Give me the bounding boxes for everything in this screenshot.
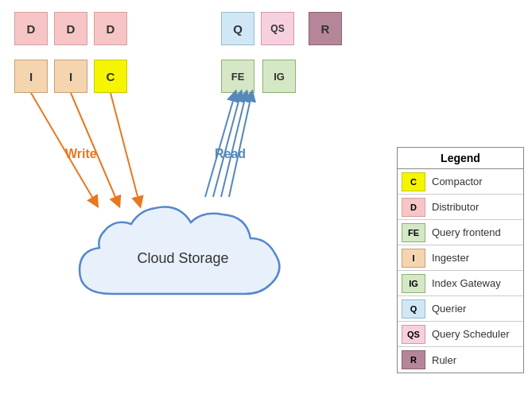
cloud-storage-label: Cloud Storage xyxy=(137,250,228,267)
ingester-box-1: I xyxy=(14,60,48,93)
svg-line-6 xyxy=(229,95,251,197)
legend-header: Legend xyxy=(398,148,523,169)
svg-line-4 xyxy=(213,95,240,197)
legend-box: IG xyxy=(402,274,425,293)
querier-box: Q xyxy=(221,12,254,45)
legend-row: D Distributor xyxy=(398,195,523,220)
legend-label: Distributor xyxy=(432,201,479,213)
ruler-box: R xyxy=(309,12,342,45)
index-gateway-box: IG xyxy=(262,60,296,93)
query-frontend-box: FE xyxy=(221,60,254,93)
legend-label: Query Scheduler xyxy=(432,328,510,340)
legend-box: FE xyxy=(402,223,425,242)
legend-box: QS xyxy=(402,325,425,344)
cloud-storage: Cloud Storage xyxy=(64,191,302,326)
legend: Legend C Compactor D Distributor FE Quer… xyxy=(397,147,524,373)
legend-row: FE Query frontend xyxy=(398,220,523,245)
legend-row: QS Query Scheduler xyxy=(398,322,523,347)
svg-line-2 xyxy=(111,93,139,203)
legend-row: R Ruler xyxy=(398,347,523,373)
legend-label: Ruler xyxy=(432,354,456,366)
ingester-box-2: I xyxy=(54,60,87,93)
legend-box: I xyxy=(402,249,425,268)
legend-label: Query frontend xyxy=(432,226,501,238)
legend-label: Index Gateway xyxy=(432,277,501,289)
distributor-box-3: D xyxy=(94,12,127,45)
legend-row: I Ingester xyxy=(398,245,523,271)
legend-label: Querier xyxy=(432,303,466,315)
legend-box: R xyxy=(402,350,425,369)
svg-line-5 xyxy=(221,95,246,197)
legend-label: Ingester xyxy=(432,252,469,264)
compactor-box: C xyxy=(94,60,127,93)
read-label: Read xyxy=(215,147,246,161)
svg-line-3 xyxy=(205,95,235,197)
distributor-box-2: D xyxy=(54,12,87,45)
legend-row: Q Querier xyxy=(398,296,523,322)
legend-box: Q xyxy=(402,299,425,319)
legend-label: Compactor xyxy=(432,176,483,187)
write-label: Write xyxy=(65,147,97,161)
legend-row: C Compactor xyxy=(398,169,523,195)
diagram-area: D D D Q QS R I I C FE IG Write Read Clou… xyxy=(0,0,382,417)
legend-box: C xyxy=(402,172,425,191)
distributor-box-1: D xyxy=(14,12,48,45)
legend-row: IG Index Gateway xyxy=(398,271,523,296)
query-scheduler-box: QS xyxy=(261,12,294,45)
legend-box: D xyxy=(402,198,425,217)
